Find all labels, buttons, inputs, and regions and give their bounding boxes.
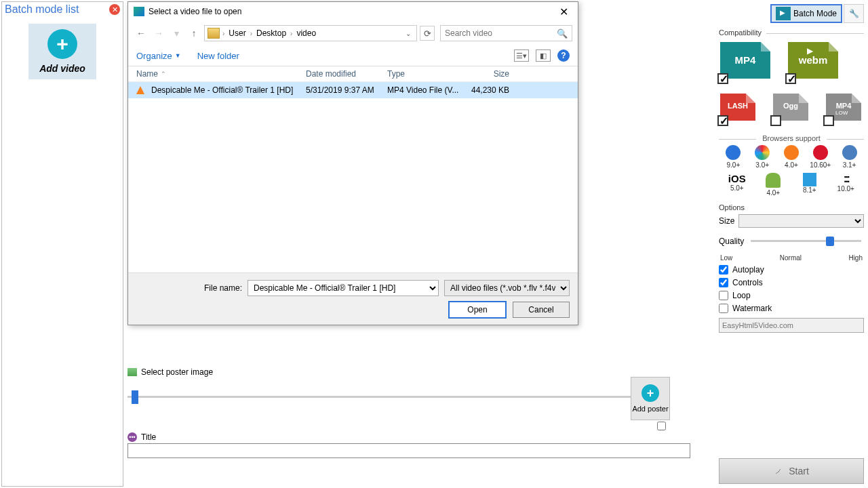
col-name[interactable]: Name⌃ — [136, 69, 306, 79]
file-type-filter[interactable]: All video files (*.vob *.flv *.f4v * — [444, 280, 570, 296]
poster-slider[interactable] — [127, 396, 636, 398]
controls-checkbox[interactable] — [719, 278, 728, 287]
autoplay-checkbox[interactable] — [719, 265, 728, 274]
add-video-button[interactable]: + Add video — [28, 24, 96, 79]
wand-icon: ⟋ — [774, 466, 783, 476]
format-webm[interactable]: webm▶ — [788, 42, 838, 83]
size-select[interactable] — [738, 214, 864, 228]
file-date: 5/31/2019 9:37 AM — [306, 85, 387, 95]
browsers-title: Browsers support — [719, 134, 864, 142]
watermark-checkbox[interactable] — [719, 304, 728, 313]
watermark-input[interactable] — [719, 318, 864, 333]
dialog-close-icon[interactable]: ✕ — [555, 5, 572, 18]
file-type: MP4 Video File (V... — [387, 85, 462, 95]
quality-slider[interactable] — [751, 240, 861, 242]
blackberry-icon: ::: — [844, 173, 848, 185]
batch-list-panel: Batch mode list ✕ + Add video — [1, 1, 123, 487]
format-mp4low[interactable]: MP4LOW — [826, 94, 861, 125]
view-options-icon[interactable]: ☰▾ — [514, 49, 529, 62]
checkbox-icon[interactable] — [823, 115, 834, 126]
checkbox-icon[interactable] — [785, 73, 796, 84]
file-name-label: File name: — [204, 283, 242, 293]
dialog-title: Select a video file to open — [149, 7, 555, 16]
file-name-field[interactable]: Despicable Me - Official® Trailer 1 [HD] — [248, 280, 439, 296]
select-poster-label: Select poster image — [141, 367, 213, 377]
plus-icon: + — [642, 384, 659, 402]
checkbox-icon[interactable] — [717, 73, 728, 84]
browser-row-2: iOS5.0+ 4.0+ 8.1+ :::10.0+ — [719, 173, 864, 197]
chevron-down-icon: ▼ — [175, 52, 181, 59]
file-row[interactable]: Despicable Me - Official® Trailer 1 [HD]… — [128, 82, 578, 98]
crumb-1[interactable]: User — [226, 28, 248, 38]
firefox-icon — [784, 145, 799, 160]
file-size: 44,230 KB — [462, 85, 509, 95]
crumb-2[interactable]: Desktop — [254, 28, 289, 38]
app-icon — [134, 7, 144, 16]
options-title: Options — [719, 203, 864, 211]
format-flash[interactable]: LASH — [720, 94, 755, 125]
organize-menu[interactable]: Organize ▼ — [136, 51, 181, 61]
batch-mode-button[interactable]: Batch Mode — [770, 4, 842, 23]
title-input[interactable] — [127, 443, 690, 458]
batch-list-title: Batch mode list — [5, 3, 109, 16]
search-box[interactable]: 🔍 — [440, 25, 572, 41]
checkbox-icon[interactable] — [770, 115, 781, 126]
col-type[interactable]: Type — [387, 69, 462, 79]
loop-checkbox[interactable] — [719, 291, 728, 300]
browser-row-1: 9.0+ 3.0+ 4.0+ 10.60+ 3.1+ — [719, 145, 864, 169]
quality-label: Quality — [719, 237, 744, 246]
film-icon — [776, 7, 791, 20]
col-size[interactable]: Size — [462, 69, 509, 79]
breadcrumb[interactable]: › User › Desktop › video ⌄ — [204, 25, 417, 41]
col-date[interactable]: Date modified — [306, 69, 387, 79]
checkbox-icon[interactable] — [717, 115, 728, 126]
android-icon — [766, 173, 781, 188]
poster-section: Select poster image + Add poster ••• Tit… — [127, 367, 698, 458]
safari-icon — [842, 145, 857, 160]
add-poster-button[interactable]: + Add poster — [631, 377, 670, 420]
format-mp4[interactable]: MP4 — [720, 42, 770, 83]
file-open-dialog: Select a video file to open ✕ ← → ▾ ↑ › … — [127, 1, 578, 325]
search-icon: 🔍 — [557, 28, 568, 39]
quality-slider-thumb[interactable] — [826, 237, 834, 246]
folder-icon — [208, 28, 220, 39]
compatibility-title: Compatibility — [719, 28, 864, 37]
add-video-label: Add video — [39, 63, 85, 74]
ie-icon — [726, 145, 741, 160]
ios-icon: iOS — [728, 173, 746, 184]
wrench-icon: 🔧 — [849, 9, 859, 18]
poster-checkbox[interactable] — [657, 422, 666, 430]
poster-slider-thumb[interactable] — [132, 390, 138, 404]
right-panel: Batch Mode 🔧 Compatibility MP4 webm▶ LAS… — [715, 0, 868, 488]
nav-back-icon[interactable]: ← — [134, 26, 149, 41]
nav-history-icon[interactable]: ▾ — [169, 26, 184, 41]
chevron-down-icon[interactable]: ⌄ — [403, 30, 414, 37]
crumb-3[interactable]: video — [294, 28, 319, 38]
format-ogg[interactable]: Ogg — [773, 94, 808, 125]
preview-pane-icon[interactable]: ◧ — [536, 49, 551, 62]
vlc-cone-icon — [136, 86, 144, 94]
opera-icon — [813, 145, 828, 160]
nav-up-icon[interactable]: ↑ — [186, 26, 201, 41]
size-label: Size — [719, 216, 734, 226]
title-label: Title — [141, 432, 156, 442]
tools-button[interactable]: 🔧 — [844, 4, 864, 23]
center-area: Select a video file to open ✕ ← → ▾ ↑ › … — [127, 1, 700, 487]
file-list: Name⌃ Date modified Type Size Despicable… — [128, 66, 578, 269]
refresh-icon[interactable]: ⟳ — [420, 26, 435, 41]
plus-icon: + — [47, 29, 77, 59]
picture-icon — [127, 368, 137, 376]
new-folder-button[interactable]: New folder — [197, 51, 239, 61]
file-name: Despicable Me - Official® Trailer 1 [HD] — [151, 85, 293, 95]
cancel-button[interactable]: Cancel — [513, 302, 570, 318]
windows-icon — [803, 173, 816, 186]
start-button[interactable]: ⟋ Start — [719, 458, 864, 484]
chrome-icon — [755, 145, 770, 160]
help-icon[interactable]: ? — [557, 49, 570, 62]
close-batch-icon[interactable]: ✕ — [109, 4, 120, 15]
open-button[interactable]: Open — [449, 302, 506, 318]
nav-forward-icon: → — [151, 26, 166, 41]
search-input[interactable] — [445, 28, 557, 38]
title-icon: ••• — [127, 432, 137, 442]
